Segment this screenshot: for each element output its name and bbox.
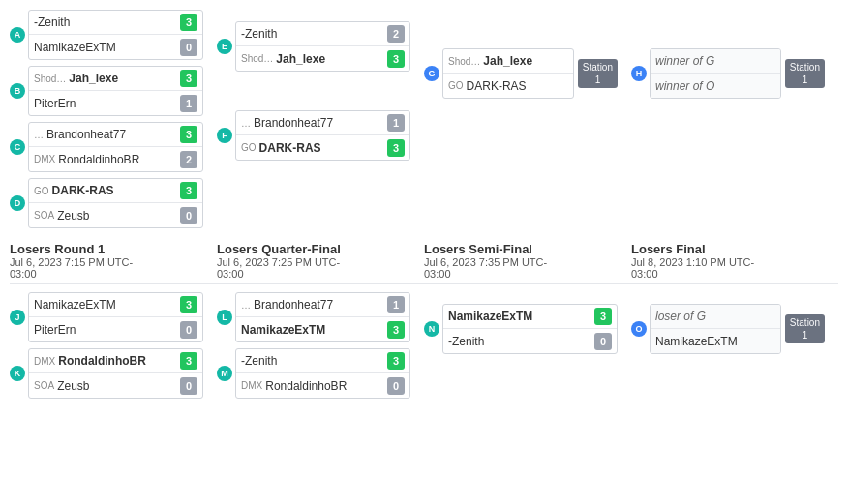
player-name: Jah_lexe <box>276 52 384 66</box>
match-label-O: O <box>631 321 647 337</box>
table-row: … Brandonheat77 1 <box>236 111 409 135</box>
match-card-D: GO DARK-RAS 3 SOA Zeusb 0 <box>28 178 203 228</box>
table-row: Shod… Jah_lexe <box>443 49 573 74</box>
match-card-N: NamikazeExTM 3 -Zenith 0 <box>442 304 618 354</box>
player-prefix: SOA <box>34 210 54 221</box>
round-label-lsf: Losers Semi-Final <box>424 242 618 256</box>
player-prefix: … <box>241 300 251 311</box>
player-name: NamikazeExTM <box>241 323 384 337</box>
table-row: winner of O <box>651 74 780 98</box>
table-row: GO DARK-RAS <box>443 74 573 98</box>
match-label-N: N <box>424 321 439 337</box>
match-label-B: B <box>10 83 25 99</box>
player-name: NamikazeExTM <box>655 335 775 348</box>
score-badge: 3 <box>180 14 197 31</box>
match-label-F: F <box>217 128 232 143</box>
match-label-A: A <box>10 27 25 43</box>
round-date-lf: Jul 8, 2023 1:10 PM UTC-03:00 <box>631 256 825 280</box>
match-label-M: M <box>217 366 232 381</box>
player-name: NamikazeExTM <box>448 310 591 323</box>
player-name: Brandonheat77 <box>254 298 384 311</box>
player-prefix: Shod… <box>241 53 273 64</box>
table-row: -Zenith 0 <box>443 329 617 353</box>
match-card-A: -Zenith 3 NamikazeExTM 0 <box>28 10 203 60</box>
match-label-C: C <box>10 139 25 155</box>
player-name: winner of O <box>655 79 775 93</box>
player-name: NamikazeExTM <box>34 41 177 54</box>
table-row: NamikazeExTM 3 <box>29 293 202 317</box>
player-name: Zeusb <box>57 379 177 393</box>
score-badge: 1 <box>387 114 405 132</box>
table-row: DMX RondaldinhoBR 0 <box>236 373 409 398</box>
round-label-lqf: Losers Quarter-Final <box>217 242 410 256</box>
player-name: -Zenith <box>448 335 591 348</box>
player-name: -Zenith <box>241 354 384 368</box>
table-row: -Zenith 3 <box>236 349 409 373</box>
match-card-C: … Brandonheat77 3 DMX RondaldinhoBR 2 <box>28 122 203 172</box>
score-badge: 3 <box>387 352 405 370</box>
score-badge: 2 <box>180 151 197 168</box>
match-card-K: DMX RondaldinhoBR 3 SOA Zeusb 0 <box>28 348 203 399</box>
table-row: PiterErn 1 <box>29 91 202 115</box>
player-name: RondaldinhoBR <box>58 354 177 368</box>
station-badge-H: Station1 <box>785 59 825 88</box>
table-row: PiterErn 0 <box>29 317 202 341</box>
match-card-E: -Zenith 2 Shod… Jah_lexe 3 <box>235 21 410 72</box>
round-label-lf: Losers Final <box>631 242 825 256</box>
table-row: winner of G <box>651 49 780 74</box>
score-badge: 3 <box>180 296 197 313</box>
match-label-E: E <box>217 39 232 54</box>
table-row: NamikazeExTM 3 <box>443 305 617 329</box>
player-prefix: GO <box>448 80 464 91</box>
score-badge: 3 <box>387 139 405 157</box>
player-name: PiterErn <box>34 97 177 110</box>
score-badge: 1 <box>180 95 197 112</box>
player-name: -Zenith <box>241 27 384 41</box>
match-card-M: -Zenith 3 DMX RondaldinhoBR 0 <box>235 348 410 399</box>
match-label-H: H <box>631 66 647 81</box>
player-prefix: GO <box>34 186 49 196</box>
score-badge: 2 <box>387 25 405 43</box>
table-row: GO DARK-RAS 3 <box>29 179 202 203</box>
table-row: … Brandonheat77 1 <box>236 293 409 317</box>
table-row: DMX RondaldinhoBR 3 <box>29 349 202 373</box>
score-badge: 0 <box>180 321 197 339</box>
player-name: PiterErn <box>34 323 177 337</box>
match-card-F: … Brandonheat77 1 GO DARK-RAS 3 <box>235 110 410 161</box>
match-card-O: loser of G NamikazeExTM <box>650 304 781 354</box>
match-card-B: Shod… Jah_lexe 3 PiterErn 1 <box>28 66 203 116</box>
round-label-lr1: Losers Round 1 <box>10 242 203 256</box>
score-badge: 3 <box>180 352 197 370</box>
score-badge: 0 <box>594 333 612 350</box>
score-badge: 0 <box>180 207 197 224</box>
player-name: Zeusb <box>57 209 177 222</box>
table-row: NamikazeExTM 0 <box>29 35 202 59</box>
table-row: -Zenith 3 <box>29 11 202 35</box>
station-badge-O: Station1 <box>785 314 825 343</box>
player-prefix: DMX <box>34 154 55 164</box>
table-row: -Zenith 2 <box>236 22 409 46</box>
table-row: Shod… Jah_lexe 3 <box>236 46 409 71</box>
table-row: NamikazeExTM 3 <box>236 317 409 341</box>
player-prefix: Shod… <box>448 56 480 67</box>
player-name: Brandonheat77 <box>46 128 177 141</box>
table-row: NamikazeExTM <box>651 329 780 353</box>
score-badge: 3 <box>180 182 197 199</box>
table-row: SOA Zeusb 0 <box>29 373 202 398</box>
match-card-L: … Brandonheat77 1 NamikazeExTM 3 <box>235 292 410 342</box>
player-name: RondaldinhoBR <box>265 379 384 393</box>
score-badge: 3 <box>594 308 612 325</box>
player-name: DARK-RAS <box>259 141 384 155</box>
match-card-H: winner of G winner of O <box>650 48 781 99</box>
match-card-J: NamikazeExTM 3 PiterErn 0 <box>28 292 203 342</box>
match-label-G: G <box>424 66 439 81</box>
score-badge: 0 <box>387 377 405 395</box>
table-row: DMX RondaldinhoBR 2 <box>29 147 202 171</box>
player-prefix: Shod… <box>34 74 66 84</box>
match-label-J: J <box>10 310 25 325</box>
round-date-lqf: Jul 6, 2023 7:25 PM UTC-03:00 <box>217 256 410 280</box>
table-row: Shod… Jah_lexe 3 <box>29 67 202 91</box>
match-card-G: Shod… Jah_lexe GO DARK-RAS <box>442 48 574 99</box>
table-row: loser of G <box>651 305 780 329</box>
score-badge: 0 <box>180 377 197 395</box>
